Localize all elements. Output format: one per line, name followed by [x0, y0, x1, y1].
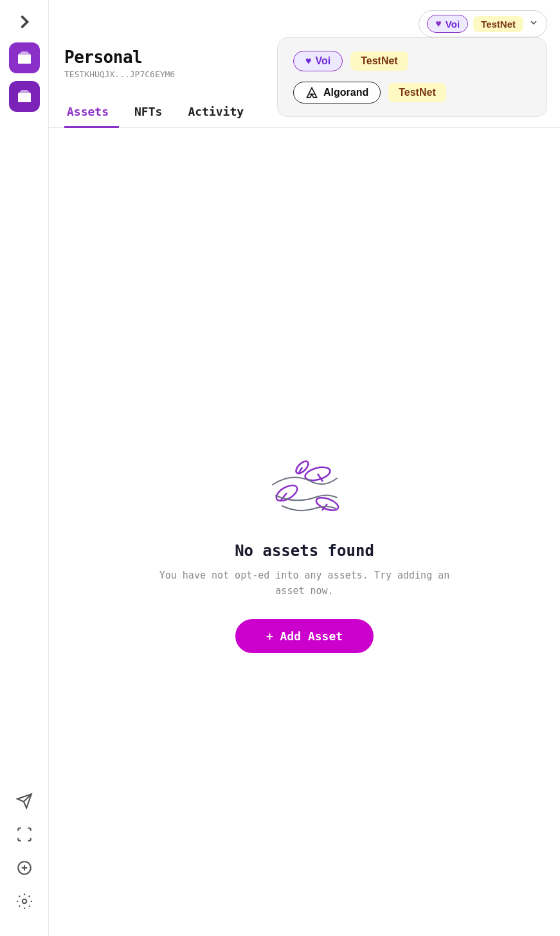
empty-subtitle: You have not opt-ed into any assets. Try… — [150, 568, 459, 598]
voi-label: Voi — [446, 19, 460, 30]
sidebar-wallet-1-button[interactable] — [9, 42, 40, 73]
sidebar-wallet-2-button[interactable] — [9, 81, 40, 112]
dropdown-voi-label: Voi — [316, 55, 331, 67]
dropdown-voi-testnet-badge: TestNet — [350, 51, 408, 71]
empty-title: No assets found — [235, 542, 374, 560]
dropdown-algorand-row[interactable]: Algorand TestNet — [293, 82, 531, 104]
dropdown-algo-label: Algorand — [323, 87, 368, 98]
svg-point-7 — [22, 899, 26, 904]
tab-assets[interactable]: Assets — [64, 100, 119, 128]
scan-icon-button[interactable] — [10, 820, 39, 849]
header: ♥ Voi TestNet ♥ Voi TestNet — [49, 0, 560, 37]
main-content: ♥ Voi TestNet ♥ Voi TestNet — [49, 0, 560, 936]
tab-nfts[interactable]: NFTs — [132, 100, 172, 128]
network-dropdown: ♥ Voi TestNet Algorand TestNet — [277, 37, 547, 117]
send-icon-button[interactable] — [10, 787, 39, 815]
network-selector-button[interactable]: ♥ Voi TestNet — [419, 10, 547, 37]
dropdown-algo-testnet-badge: TestNet — [388, 83, 446, 102]
empty-state: No assets found You have not opt-ed into… — [49, 128, 560, 937]
add-asset-button[interactable]: + Add Asset — [235, 619, 374, 653]
chevron-down-icon — [528, 17, 539, 30]
dropdown-voi-badge: ♥ Voi — [293, 51, 343, 71]
sidebar-bottom-actions — [10, 787, 39, 926]
algorand-icon — [305, 86, 318, 99]
svg-point-1 — [26, 96, 28, 98]
svg-point-0 — [26, 58, 28, 60]
dropdown-voi-row[interactable]: ♥ Voi TestNet — [293, 51, 531, 71]
add-circle-icon-button[interactable] — [10, 854, 39, 882]
sidebar — [0, 0, 49, 936]
empty-illustration — [253, 437, 356, 526]
testnet-badge: TestNet — [473, 16, 523, 32]
dropdown-voi-heart-icon: ♥ — [305, 55, 312, 67]
voi-heart-icon: ♥ — [435, 18, 442, 30]
sidebar-expand-button[interactable] — [13, 10, 36, 33]
dropdown-algo-badge: Algorand — [293, 82, 381, 104]
tab-activity[interactable]: Activity — [185, 100, 254, 128]
voi-network-badge: ♥ Voi — [427, 15, 468, 33]
settings-icon-button[interactable] — [10, 887, 39, 915]
